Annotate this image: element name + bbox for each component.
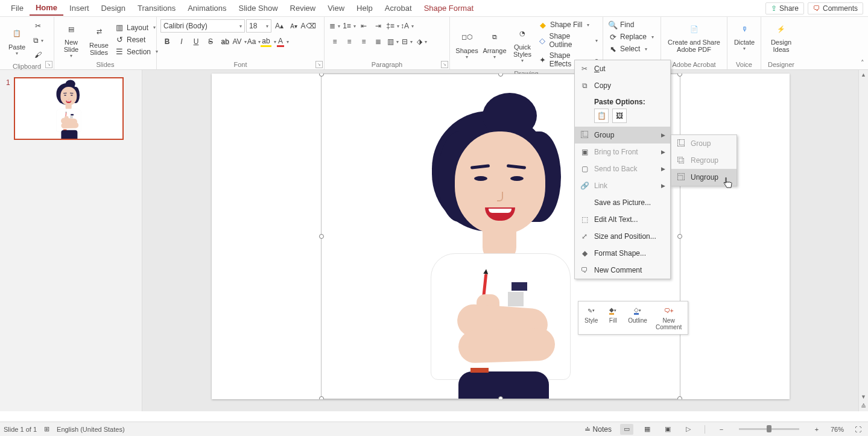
clear-format-button[interactable]: A⌫ xyxy=(302,19,315,33)
tab-view[interactable]: View xyxy=(322,1,350,15)
resize-n[interactable] xyxy=(498,74,503,77)
paragraph-launcher[interactable]: ↘ xyxy=(441,61,448,68)
shapes-button[interactable]: ◻︎⬡Shapes▾ xyxy=(454,28,480,61)
change-case-button[interactable]: Aa▾ xyxy=(247,35,261,48)
resize-nw[interactable] xyxy=(319,74,324,77)
replace-button[interactable]: ⟳Replace▾ xyxy=(607,31,657,42)
sorter-view-button[interactable]: ▦ xyxy=(641,424,654,435)
smartart-button[interactable]: ⬗▾ xyxy=(415,35,428,48)
align-text-button[interactable]: ⊟▾ xyxy=(401,35,414,48)
align-right-button[interactable]: ≡ xyxy=(357,35,370,48)
shape-fill-button[interactable]: ◆Shape Fill▾ xyxy=(537,19,599,30)
collapse-ribbon-button[interactable]: ˄ xyxy=(861,59,864,67)
shadow-button[interactable]: ab xyxy=(218,35,232,48)
slide[interactable] xyxy=(212,74,790,399)
tab-transitions[interactable]: Transitions xyxy=(131,1,182,15)
font-size-select[interactable]: 18▾ xyxy=(246,19,271,33)
zoom-in-button[interactable]: + xyxy=(810,424,823,435)
paste-keep-source[interactable]: 📋 xyxy=(594,109,609,123)
cut-button[interactable]: ✂ xyxy=(31,19,45,33)
ctx-size-position[interactable]: ⤢Size and Position... xyxy=(575,228,670,245)
ctx-cut[interactable]: ✂CuCutt xyxy=(575,60,670,77)
ctx-copy[interactable]: ⧉Copy xyxy=(575,77,670,94)
design-ideas-button[interactable]: ⚡Design Ideas xyxy=(765,19,797,54)
ctx-save-picture[interactable]: Save as Picture... xyxy=(575,194,670,211)
layout-button[interactable]: ▥Layout▾ xyxy=(113,22,159,33)
format-painter-button[interactable]: 🖌 xyxy=(31,48,45,62)
tab-slideshow[interactable]: Slide Show xyxy=(232,1,284,15)
dedent-button[interactable]: ⇤ xyxy=(357,19,370,33)
dictate-button[interactable]: 🎙Dictate▾ xyxy=(731,19,758,52)
tab-insert[interactable]: Insert xyxy=(63,1,95,15)
scroll-down-button[interactable]: ▼ xyxy=(859,392,868,402)
resize-ne[interactable] xyxy=(677,74,682,77)
slide-canvas-area[interactable] xyxy=(142,70,858,411)
strike-button[interactable]: S xyxy=(204,35,217,48)
ctx-format-shape[interactable]: ◆Format Shape... xyxy=(575,245,670,262)
char-spacing-button[interactable]: AV▾ xyxy=(233,35,246,48)
justify-button[interactable]: ≣ xyxy=(372,35,385,48)
tab-help[interactable]: Help xyxy=(350,1,379,15)
sub-group[interactable]: ⿺Group xyxy=(671,135,737,152)
increase-font-button[interactable]: A▴ xyxy=(273,19,286,33)
bold-button[interactable]: B xyxy=(160,35,174,48)
resize-w[interactable] xyxy=(319,234,324,239)
underline-button[interactable]: U xyxy=(189,35,203,48)
resize-s[interactable] xyxy=(498,396,503,399)
indent-button[interactable]: ⇥ xyxy=(372,19,385,33)
italic-button[interactable]: I xyxy=(175,35,188,48)
bullets-button[interactable]: ≣▾ xyxy=(328,19,341,33)
scroll-up-button[interactable]: ▲ xyxy=(859,70,868,80)
decrease-font-button[interactable]: A▾ xyxy=(287,19,300,33)
notes-button[interactable]: ≐Notes xyxy=(583,425,613,434)
shape-outline-button[interactable]: ◇Shape Outline▾ xyxy=(537,31,599,49)
text-direction-button[interactable]: ↕A▾ xyxy=(401,19,414,33)
new-slide-button[interactable]: ▤New Slide▾ xyxy=(58,19,84,60)
reuse-slides-button[interactable]: ⇄Reuse Slides xyxy=(86,22,112,57)
columns-button[interactable]: ▥▾ xyxy=(386,35,399,48)
ctx-alt-text[interactable]: ⬚Edit Alt Text... xyxy=(575,211,670,228)
prev-slide-button[interactable]: ≙ xyxy=(859,402,868,411)
tab-review[interactable]: Review xyxy=(284,1,322,15)
zoom-level[interactable]: 76% xyxy=(831,426,844,433)
vertical-scrollbar[interactable]: ▲ ▼ ≙ xyxy=(858,70,868,411)
comments-button[interactable]: 🗨Comments xyxy=(808,2,863,14)
resize-e[interactable] xyxy=(677,234,682,239)
accessibility-icon[interactable]: ⊞ xyxy=(44,425,49,433)
tab-acrobat[interactable]: Acrobat xyxy=(379,1,418,15)
ctx-new-comment[interactable]: 🗨New Comment xyxy=(575,262,670,279)
font-name-select[interactable]: Calibri (Body)▾ xyxy=(160,19,245,33)
align-center-button[interactable]: ≡ xyxy=(343,35,356,48)
copy-button[interactable]: ⧉▾ xyxy=(31,34,45,47)
create-pdf-button[interactable]: 📄Create and Share Adobe PDF xyxy=(665,19,723,54)
zoom-slider[interactable] xyxy=(739,428,799,430)
mini-fill[interactable]: ◆▾Fill xyxy=(603,304,623,332)
align-left-button[interactable]: ≡ xyxy=(328,35,341,48)
resize-se[interactable] xyxy=(677,396,682,399)
reset-button[interactable]: ↺Reset xyxy=(113,34,159,45)
slide-thumbnail-1[interactable] xyxy=(14,77,124,140)
select-button[interactable]: ⬉Select▾ xyxy=(607,43,657,54)
mini-style[interactable]: ✎▾Style xyxy=(581,304,601,332)
paste-button[interactable]: 📋 Paste▾ xyxy=(4,24,30,57)
tab-shape-format[interactable]: Shape Format xyxy=(418,1,480,15)
font-launcher[interactable]: ↘ xyxy=(315,61,323,68)
numbering-button[interactable]: 1≡▾ xyxy=(343,19,356,33)
tab-animations[interactable]: Animations xyxy=(182,1,232,15)
mini-new-comment[interactable]: 🗨+New Comment xyxy=(652,304,685,332)
slideshow-view-button[interactable]: ▷ xyxy=(682,424,695,435)
line-spacing-button[interactable]: ‡≡▾ xyxy=(386,19,399,33)
arrange-button[interactable]: ⧉Arrange▾ xyxy=(481,28,508,61)
normal-view-button[interactable]: ▭ xyxy=(620,424,633,435)
font-color-button[interactable]: A▾ xyxy=(276,35,290,48)
status-language[interactable]: English (United States) xyxy=(57,426,125,433)
resize-sw[interactable] xyxy=(319,396,324,399)
mini-outline[interactable]: ◇▾Outline xyxy=(624,304,651,332)
highlight-button[interactable]: ab▾ xyxy=(262,35,275,48)
quick-styles-button[interactable]: ◔Quick Styles▾ xyxy=(509,24,536,65)
clipboard-launcher[interactable]: ↘ xyxy=(45,61,52,68)
section-button[interactable]: ☰Section▾ xyxy=(113,46,159,57)
ctx-send-back[interactable]: ▢Send to Back▶ xyxy=(575,160,670,177)
tab-file[interactable]: File xyxy=(5,1,30,15)
paste-picture[interactable]: 🖼 xyxy=(612,109,627,123)
